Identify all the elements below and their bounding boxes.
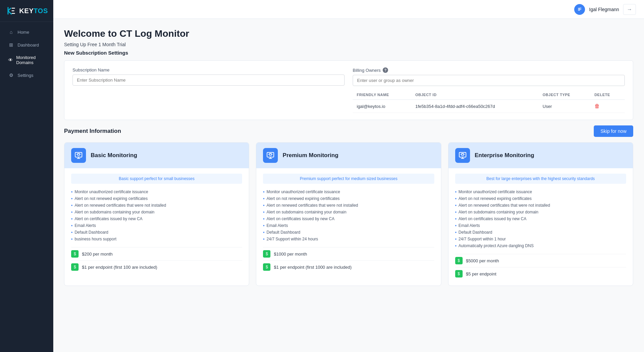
- feature-item: business hours support: [71, 236, 242, 242]
- logo-tos: TOS: [34, 7, 48, 14]
- col-object-type: OBJECT TYPE: [538, 90, 590, 100]
- price-row: $ $5000 per month: [455, 254, 626, 267]
- feature-item: Email Alerts: [263, 222, 434, 229]
- delete-button[interactable]: 🗑: [594, 103, 600, 109]
- card-header-basic: Basic Monitoring: [64, 143, 249, 168]
- sidebar: KEYTOS ⌂ Home ⊞ Dashboard 👁 Monitored Do…: [0, 0, 53, 352]
- feature-item: Email Alerts: [71, 222, 242, 229]
- price-icon: $: [263, 263, 270, 271]
- pricing-card-basic: Basic Monitoring Basic support perfect f…: [64, 142, 249, 286]
- feature-item: Alert on subdomains containing your doma…: [71, 209, 242, 215]
- svg-point-2: [78, 154, 80, 156]
- price-text: $1 per endpoint (first 100 are included): [82, 265, 157, 270]
- feature-list: Monitor unauthorized certificate issuanc…: [455, 188, 626, 249]
- feature-item: Automatically protect Azure dangling DNS: [455, 242, 626, 249]
- price-row: $ $1000 per month: [263, 247, 434, 260]
- feature-item: Alert on subdomains containing your doma…: [263, 209, 434, 215]
- billing-row: igal@keytos.io 1fe5b354-8a1d-4fdd-adf4-c…: [353, 100, 625, 113]
- gear-icon: ⚙: [8, 72, 14, 78]
- feature-item: 24/7 Support within 1 hour: [455, 236, 626, 242]
- dashboard-icon: ⊞: [8, 42, 14, 48]
- price-row: $ $1 per endpoint (first 100 are include…: [71, 260, 242, 273]
- feature-item: Alert on renewed certificates that were …: [263, 202, 434, 209]
- feature-item: Email Alerts: [455, 222, 626, 229]
- price-row: $ $200 per month: [71, 247, 242, 260]
- avatar: IF: [574, 4, 585, 15]
- billing-object-type: User: [538, 100, 590, 113]
- payment-title: Payment Information: [64, 128, 121, 135]
- sidebar-item-monitored-domains[interactable]: 👁 Monitored Domains: [3, 52, 51, 68]
- feature-item: Alert on certificates issued by new CA: [263, 215, 434, 222]
- pricing-cards: Basic Monitoring Basic support perfect f…: [64, 142, 633, 286]
- col-object-id: OBJECT ID: [411, 90, 539, 100]
- col-friendly-name: FRIENDLY NAME: [353, 90, 411, 100]
- logo-key: KEY: [19, 7, 34, 14]
- main-area: IF Igal Flegmann → Welcome to CT Log Mon…: [53, 0, 644, 352]
- payment-section: Payment Information Skip for now Basic M…: [64, 125, 633, 286]
- user-name: Igal Flegmann: [589, 7, 619, 12]
- feature-item: 24/7 Support within 24 hours: [263, 236, 434, 242]
- price-text: $5000 per month: [466, 258, 499, 263]
- svg-rect-3: [267, 152, 274, 157]
- sidebar-item-monitored-domains-label: Monitored Domains: [16, 55, 45, 65]
- billing-object-id: 1fe5b354-8a1d-4fdd-adf4-c66ea50c267d: [411, 100, 539, 113]
- svg-rect-5: [459, 152, 466, 157]
- price-icon: $: [455, 270, 463, 277]
- help-icon[interactable]: ?: [383, 67, 388, 73]
- subscription-form: Subscription Name Billing Owners ? FRIEN…: [64, 60, 633, 120]
- subscription-name-col: Subscription Name: [72, 67, 345, 86]
- col-delete: DELETE: [590, 90, 625, 100]
- feature-item: Monitor unauthorized certificate issuanc…: [263, 188, 434, 195]
- svg-point-4: [269, 154, 271, 156]
- price-row: $ $5 per endpoint: [455, 267, 626, 280]
- card-tagline: Basic support perfect for small business…: [71, 174, 242, 184]
- billing-friendly-name: igal@keytos.io: [353, 100, 411, 113]
- sidebar-item-dashboard-label: Dashboard: [18, 42, 39, 48]
- skip-button[interactable]: Skip for now: [594, 125, 633, 137]
- price-text: $5 per endpoint: [466, 271, 496, 276]
- sidebar-nav: ⌂ Home ⊞ Dashboard 👁 Monitored Domains ⚙…: [0, 25, 53, 82]
- card-body-basic: Basic support perfect for small business…: [64, 168, 249, 279]
- billing-owner-input[interactable]: [353, 75, 625, 86]
- card-body-premium: Premium support perfect for medium sized…: [256, 168, 441, 279]
- home-icon: ⌂: [8, 29, 14, 35]
- billing-owners-label: Billing Owners ?: [353, 67, 625, 73]
- sidebar-item-home-label: Home: [18, 30, 29, 35]
- monitor-icon: [455, 148, 470, 163]
- price-icon: $: [71, 263, 79, 271]
- topbar: IF Igal Flegmann →: [53, 0, 644, 19]
- card-header-premium: Premium Monitoring: [256, 143, 441, 168]
- feature-item: Default Dashboard: [71, 229, 242, 236]
- svg-point-6: [462, 154, 464, 156]
- sidebar-item-dashboard[interactable]: ⊞ Dashboard: [3, 39, 51, 51]
- sidebar-item-settings[interactable]: ⚙ Settings: [3, 69, 51, 81]
- svg-rect-1: [75, 152, 82, 157]
- price-row: $ $1 per endpoint (first 1000 are includ…: [263, 260, 434, 273]
- card-title: Premium Monitoring: [283, 152, 338, 159]
- feature-item: Alert on not renewed expiring certificat…: [71, 195, 242, 202]
- feature-item: Default Dashboard: [455, 229, 626, 236]
- logout-button[interactable]: →: [623, 4, 636, 15]
- subscription-name-input[interactable]: [72, 75, 345, 86]
- feature-item: Alert on not renewed expiring certificat…: [263, 195, 434, 202]
- price-text: $1 per endpoint (first 1000 are included…: [274, 265, 352, 270]
- card-tagline: Best for large enterprises with the high…: [455, 174, 626, 184]
- sidebar-item-settings-label: Settings: [18, 73, 33, 78]
- feature-item: Alert on renewed certificates that were …: [455, 202, 626, 209]
- monitor-icon: [71, 148, 86, 163]
- feature-item: Alert on certificates issued by new CA: [71, 215, 242, 222]
- card-title: Basic Monitoring: [91, 152, 137, 159]
- feature-item: Alert on renewed certificates that were …: [71, 202, 242, 209]
- price-icon: $: [263, 250, 270, 258]
- page-title: Welcome to CT Log Monitor: [64, 28, 633, 39]
- eye-icon: 👁: [8, 57, 13, 63]
- billing-table: FRIENDLY NAME OBJECT ID OBJECT TYPE DELE…: [353, 90, 625, 113]
- feature-item: Monitor unauthorized certificate issuanc…: [455, 188, 626, 195]
- card-body-enterprise: Best for large enterprises with the high…: [448, 168, 633, 286]
- feature-list: Monitor unauthorized certificate issuanc…: [71, 188, 242, 242]
- feature-list: Monitor unauthorized certificate issuanc…: [263, 188, 434, 242]
- monitor-icon: [263, 148, 278, 163]
- sidebar-item-home[interactable]: ⌂ Home: [3, 26, 51, 38]
- price-icon: $: [455, 257, 463, 264]
- price-text: $200 per month: [82, 252, 113, 257]
